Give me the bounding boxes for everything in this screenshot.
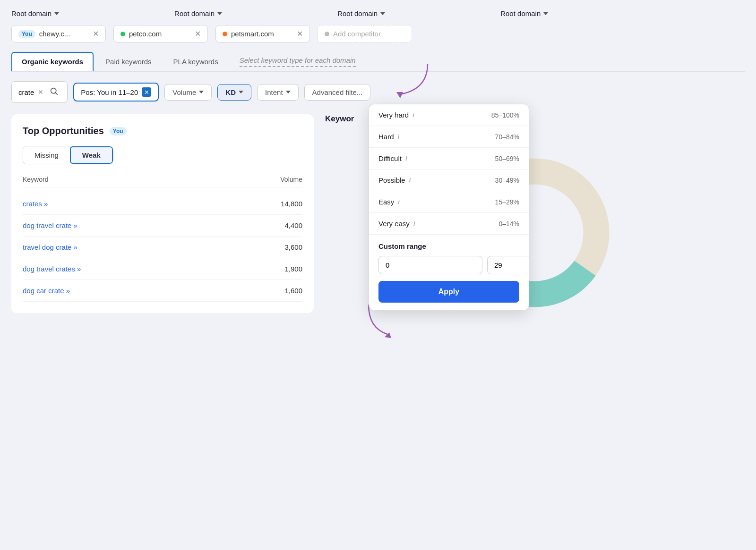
kd-range-inputs [378, 256, 519, 274]
kd-range-very-easy: 0–14% [498, 220, 519, 228]
keyword-link-2[interactable]: travel dog crate » [23, 243, 77, 251]
kd-custom-range-section: Custom range Apply [369, 235, 529, 310]
kd-label: KD [225, 88, 236, 96]
volume-col-header: Volume [280, 176, 302, 183]
keyword-link-0[interactable]: crates » [23, 200, 48, 208]
top-opp-title: Top Opportunities [23, 126, 104, 136]
kd-range-difficult: 50–69% [495, 155, 519, 162]
volume-value-1: 4,400 [284, 221, 302, 229]
domain-dropdown-4-label: Root domain [500, 9, 541, 17]
domain-dropdown-3-label: Root domain [337, 9, 378, 17]
kd-option-hard[interactable]: Hard i 70–84% [369, 126, 529, 148]
domain-chips-row: You chewy.c... ✕ petco.com ✕ petsmart.co… [11, 25, 745, 42]
domain-chip-add-competitor[interactable]: Add competitor [318, 25, 412, 42]
volume-label: Volume [172, 88, 196, 96]
tab-pla-keywords[interactable]: PLA keywords [163, 52, 228, 71]
pos-filter-label: Pos: You in 11–20 [81, 88, 138, 96]
table-row: dog car crate » 1,600 [23, 280, 302, 302]
kd-filter-button[interactable]: KD [217, 84, 251, 101]
search-button[interactable] [47, 85, 60, 99]
kd-min-input[interactable] [378, 256, 482, 274]
kd-range-easy: 15–29% [495, 198, 519, 206]
domain-dropdown-1[interactable]: Root domain [11, 9, 59, 17]
info-icon-hard[interactable]: i [398, 133, 400, 140]
kw-type-hint: Select keyword type for each domain [240, 56, 356, 67]
kd-option-very-easy-label: Very easy [378, 220, 410, 228]
kd-option-possible[interactable]: Possible i 30–49% [369, 169, 529, 191]
volume-value-4: 1,600 [284, 287, 302, 295]
kd-option-very-hard[interactable]: Very hard i 85–100% [369, 104, 529, 126]
domain-dropdown-row: Root domain Root domain Root domain Root… [11, 9, 745, 17]
chevron-down-kd-icon [239, 91, 243, 93]
kd-dropdown: Very hard i 85–100% Hard i 70–84% Diffic… [369, 104, 529, 311]
filter-row: crate ✕ Pos: You in 11–20 ✕ Volume KD In… [11, 81, 745, 103]
keyword-col-partial-header: Keywor [325, 114, 354, 124]
volume-value-3: 1,900 [284, 265, 302, 273]
info-icon-possible[interactable]: i [409, 177, 411, 184]
kd-range-possible: 30–49% [495, 177, 519, 184]
missing-weak-toggle: Missing Weak [23, 146, 113, 164]
domain-name-chewy: chewy.c... [39, 30, 70, 38]
top-opp-header: Top Opportunities You [23, 126, 302, 136]
kd-option-easy-label: Easy [378, 198, 394, 206]
domain-name-petsmart: petsmart.com [231, 30, 274, 38]
info-icon-difficult[interactable]: i [405, 155, 407, 162]
volume-value-2: 3,600 [284, 243, 302, 251]
domain-chip-petco: petco.com ✕ [113, 25, 208, 42]
volume-value-0: 14,800 [281, 200, 302, 208]
kd-option-difficult-label: Difficult [378, 154, 402, 162]
dot-gray-icon [325, 32, 329, 36]
tab-paid-keywords[interactable]: Paid keywords [95, 52, 162, 71]
dot-orange-icon [223, 32, 227, 36]
you-badge: You [18, 30, 35, 38]
close-chip-chewy[interactable]: ✕ [93, 29, 99, 38]
kd-option-possible-label: Possible [378, 176, 405, 184]
kd-option-hard-label: Hard [378, 133, 394, 141]
table-row: crates » 14,800 [23, 193, 302, 215]
top-opp-you-badge: You [110, 127, 127, 135]
info-icon-very-easy[interactable]: i [413, 220, 415, 227]
info-icon-easy[interactable]: i [398, 198, 400, 205]
keyword-link-3[interactable]: dog travel crates » [23, 265, 81, 273]
close-chip-petco[interactable]: ✕ [195, 29, 201, 38]
domain-dropdown-2-label: Root domain [174, 9, 215, 17]
intent-label: Intent [265, 88, 283, 96]
domain-dropdown-2[interactable]: Root domain [174, 9, 222, 17]
domain-dropdown-4[interactable]: Root domain [500, 9, 548, 17]
kd-option-easy[interactable]: Easy i 15–29% [369, 191, 529, 213]
kd-range-hard: 70–84% [495, 133, 519, 141]
kd-option-very-easy[interactable]: Very easy i 0–14% [369, 213, 529, 235]
search-chip: crate ✕ [11, 81, 68, 103]
kd-option-difficult[interactable]: Difficult i 50–69% [369, 148, 529, 169]
info-icon-very-hard[interactable]: i [412, 111, 414, 118]
domain-chip-petsmart: petsmart.com ✕ [215, 25, 310, 42]
chevron-down-icon-1 [54, 12, 59, 15]
dot-green-icon [120, 32, 125, 36]
keyword-link-4[interactable]: dog car crate » [23, 287, 70, 295]
table-row: dog travel crates » 1,900 [23, 258, 302, 280]
domain-dropdown-3[interactable]: Root domain [337, 9, 385, 17]
keyword-link-1[interactable]: dog travel crate » [23, 221, 77, 229]
close-chip-petsmart[interactable]: ✕ [297, 29, 303, 38]
pos-filter-chip: Pos: You in 11–20 ✕ [73, 83, 159, 102]
volume-filter-button[interactable]: Volume [164, 84, 212, 101]
missing-tab-button[interactable]: Missing [23, 146, 70, 164]
kw-table-header: Keyword Volume [23, 176, 302, 187]
search-clear-icon[interactable]: ✕ [38, 88, 43, 96]
pos-filter-clear-button[interactable]: ✕ [142, 87, 151, 97]
keyword-type-row: Organic keywords Paid keywords PLA keywo… [11, 52, 745, 72]
intent-filter-button[interactable]: Intent [257, 84, 299, 101]
kd-max-input[interactable] [487, 256, 529, 274]
domain-name-petco: petco.com [129, 30, 162, 38]
table-row: dog travel crate » 4,400 [23, 215, 302, 237]
chevron-down-volume-icon [199, 91, 204, 93]
svg-marker-7 [385, 332, 391, 338]
tab-organic-keywords[interactable]: Organic keywords [11, 52, 94, 71]
kd-apply-button[interactable]: Apply [378, 281, 519, 303]
kd-custom-range-title: Custom range [378, 242, 519, 250]
domain-chip-chewy: You chewy.c... ✕ [11, 25, 106, 42]
weak-tab-button[interactable]: Weak [70, 146, 113, 164]
chevron-down-intent-icon [286, 91, 291, 93]
table-row: travel dog crate » 3,600 [23, 237, 302, 258]
advanced-filter-button[interactable]: Advanced filte... [304, 84, 371, 101]
